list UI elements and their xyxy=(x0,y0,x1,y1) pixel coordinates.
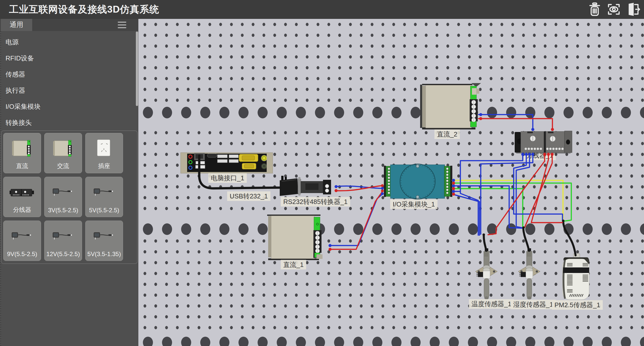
app-title: 工业互联网设备及接线3D仿真系统 xyxy=(9,0,159,19)
sidebar-item-adapters[interactable]: 转换接头 xyxy=(0,115,136,131)
tab-general[interactable]: 通用 xyxy=(1,18,32,31)
sidebar-item-sensors[interactable]: 传感器 xyxy=(0,66,136,82)
label-pm25-sensor: PM2.5传感器_1 xyxy=(552,300,603,310)
palette-item-label: 插座 xyxy=(98,162,110,170)
label-temp-sensor: 温度传感器_1 xyxy=(469,299,514,309)
focus-view-icon[interactable] xyxy=(606,2,621,17)
label-rs232-to-485: RS232转485转换器_1 xyxy=(281,197,350,206)
label-usb-to-232: USB转232_1 xyxy=(227,191,270,201)
splitter-thumbnail xyxy=(8,182,36,204)
sidebar-tabbar: 通用 xyxy=(0,19,138,31)
sidebar-item-power[interactable]: 电源 xyxy=(0,34,136,50)
label-computer-port: 电脑接口_1 xyxy=(208,173,247,183)
sidebar-item-actuators[interactable]: 执行器 xyxy=(0,82,136,98)
palette-item-ac[interactable]: 交流 xyxy=(44,133,82,173)
title-bar: 工业互联网设备及接线3D仿真系统 xyxy=(0,0,644,19)
palette-item-label: 5V(3.5-1.35) xyxy=(87,251,121,258)
palette-item-label: 9V(5.5-2.5) xyxy=(7,251,37,258)
palette-item-5v-slim[interactable]: 5V(3.5-1.35) xyxy=(85,221,123,261)
component-sidebar: 通用 电源RFID设备传感器执行器I/O采集模块转换接头 直流交流插座分线器3V… xyxy=(0,19,138,346)
socket-thumbnail xyxy=(90,138,118,160)
palette-item-9v[interactable]: 9V(5.5-2.5) xyxy=(3,221,41,261)
palette-item-3v[interactable]: 3V(5.5-2.5) xyxy=(44,177,82,217)
simulation-canvas[interactable]: 分线器_1 电脑接口_1 USB转232_1 RS232转485转换器_1 I/… xyxy=(138,19,644,346)
palette-item-label: 交流 xyxy=(57,162,69,170)
sidebar-item-rfid-devices[interactable]: RFID设备 xyxy=(0,50,136,66)
palette-panel: 直流交流插座分线器3V(5.5-2.5)5V(5.5-2.5)9V(5.5-2.… xyxy=(1,130,138,264)
label-io-module: I/O采集模块_1 xyxy=(390,199,437,209)
palette-item-5v[interactable]: 5V(5.5-2.5) xyxy=(85,177,123,217)
palette-item-splitter[interactable]: 分线器 xyxy=(3,177,41,217)
psu-thumbnail xyxy=(49,138,77,160)
palette-item-label: 分线器 xyxy=(13,206,31,214)
label-dc-2: 直流_2 xyxy=(434,129,460,139)
palette-item-socket[interactable]: 插座 xyxy=(85,133,123,173)
adapter-thumbnail xyxy=(8,225,36,248)
device-io-module[interactable] xyxy=(384,164,452,199)
psu-thumbnail xyxy=(8,138,36,160)
category-menu: 电源RFID设备传感器执行器I/O采集模块转换接头 xyxy=(0,34,136,131)
device-humidity-sensor[interactable] xyxy=(518,248,540,299)
device-dc-1[interactable] xyxy=(267,215,323,260)
device-temp-sensor[interactable] xyxy=(475,248,497,299)
device-computer-port[interactable] xyxy=(181,153,273,173)
delete-icon[interactable] xyxy=(587,2,602,17)
palette-item-label: 5V(5.5-2.5) xyxy=(89,207,119,214)
palette-item-label: 直流 xyxy=(16,162,28,170)
adapter-thumbnail xyxy=(90,225,118,248)
sidebar-scrollbar[interactable] xyxy=(136,31,138,106)
label-humidity-sensor: 湿度传感器_1 xyxy=(511,300,556,309)
device-rs232-485-converter[interactable] xyxy=(280,176,331,196)
adapter-thumbnail xyxy=(90,182,118,204)
device-dc-2[interactable] xyxy=(420,83,481,129)
label-dc-1: 直流_1 xyxy=(281,260,306,269)
device-splitter[interactable] xyxy=(515,131,572,154)
palette-item-12v[interactable]: 12V(5.5-2.5) xyxy=(44,221,82,261)
adapter-thumbnail xyxy=(49,225,77,248)
palette-item-dc[interactable]: 直流 xyxy=(3,133,41,173)
sidebar-item-io-module[interactable]: I/O采集模块 xyxy=(0,98,136,115)
exit-icon[interactable] xyxy=(625,2,640,17)
palette-item-label: 3V(5.5-2.5) xyxy=(48,207,78,214)
menu-icon[interactable] xyxy=(118,22,126,29)
adapter-thumbnail xyxy=(49,182,77,204)
device-pm25-sensor[interactable] xyxy=(562,253,589,300)
palette-item-label: 12V(5.5-2.5) xyxy=(46,251,80,258)
palette-grid: 直流交流插座分线器3V(5.5-2.5)5V(5.5-2.5)9V(5.5-2.… xyxy=(2,131,137,261)
header-toolbar xyxy=(587,2,640,17)
